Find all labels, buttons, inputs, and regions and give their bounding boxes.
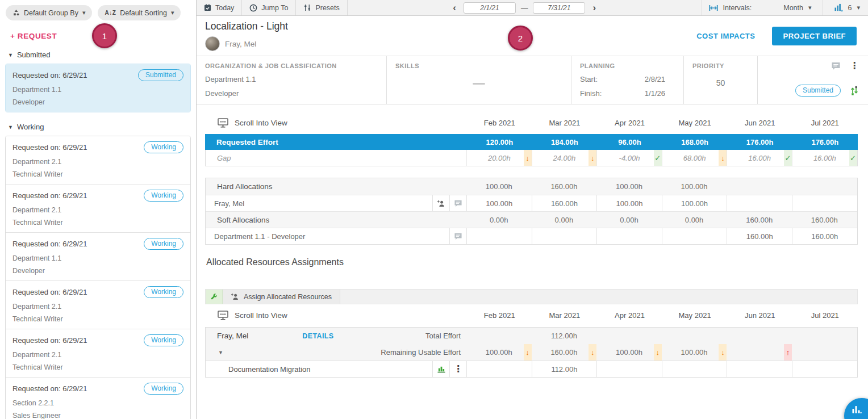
status-swap-icon[interactable] [850, 86, 859, 95]
hard-allocation-cell[interactable] [727, 195, 792, 211]
intervals-controls: Intervals: Month # 6 [702, 0, 868, 15]
scroll-into-view-label: Scroll Into View [235, 311, 287, 320]
request-date: Requested on: 6/29/21 [12, 191, 87, 200]
remaining-effort-cell: 100.00h [596, 344, 662, 361]
hard-total-value: 160.00h [532, 178, 597, 195]
group-by-icon [12, 9, 20, 16]
group-by-dropdown[interactable]: Default Group By [6, 5, 92, 20]
working-section-header[interactable]: Working [0, 112, 196, 136]
soft-allocation-cell[interactable] [662, 228, 727, 244]
request-card[interactable]: Requested on: 6/29/21 Working Department… [6, 136, 190, 184]
hard-allocation-cell[interactable]: 100.00h [662, 195, 727, 211]
next-period-chevron[interactable] [590, 3, 598, 12]
request-card[interactable]: Requested on: 6/29/21 Working Department… [6, 280, 190, 329]
remaining-indicator-icon [784, 344, 792, 361]
scroll-into-view-button[interactable]: Scroll Into View [205, 118, 467, 128]
range-end-input[interactable] [533, 2, 585, 14]
task-effort-cell[interactable] [662, 361, 727, 377]
cost-impacts-button[interactable]: COST IMPACTS [696, 32, 755, 40]
remaining-indicator-icon [849, 344, 857, 361]
assign-user-button[interactable] [432, 195, 449, 211]
gap-indicator-icon [589, 150, 596, 166]
hard-allocation-cell[interactable]: 160.00h [532, 195, 597, 211]
scroll-into-view-button[interactable]: Scroll Into View [205, 311, 467, 320]
comment-icon[interactable] [449, 195, 466, 211]
task-effort-cell[interactable] [596, 361, 662, 377]
assignments-toolbar: Assign Allocated Resources [205, 289, 858, 304]
chevron-down-icon[interactable] [857, 5, 860, 11]
comment-icon[interactable] [449, 228, 466, 244]
month-header: Jul 2021 [792, 119, 858, 127]
comment-icon[interactable] [831, 62, 841, 70]
request-card[interactable]: Requested on: 6/29/21 Working Department… [6, 329, 190, 377]
gap-cell: -4.00h [596, 150, 662, 166]
status-badge: Submitted [138, 69, 183, 81]
previous-period-chevron[interactable] [450, 3, 458, 12]
request-role: Developer [12, 98, 183, 106]
svg-text:#: # [841, 9, 843, 12]
finish-label: Finish: [580, 89, 602, 98]
soft-allocation-cell[interactable] [466, 228, 532, 244]
jump-to-label: Jump To [261, 4, 288, 12]
range-dash: — [521, 4, 528, 12]
range-start-input[interactable] [464, 2, 516, 14]
request-card[interactable]: Requested on: 6/29/21 Working Department… [6, 184, 190, 232]
tools-button[interactable] [206, 290, 223, 304]
task-effort-cell[interactable] [727, 361, 792, 377]
chevron-down-icon[interactable] [808, 5, 812, 11]
request-card[interactable]: Requested on: 6/29/21 Submitted Departme… [6, 64, 190, 112]
intervals-icon [709, 5, 718, 11]
hard-allocation-cell[interactable]: 100.00h [596, 195, 662, 211]
request-role: Sales Engineer [12, 412, 183, 419]
task-effort-cell[interactable] [466, 361, 532, 377]
task-menu-icon[interactable] [449, 361, 466, 377]
jump-to-button[interactable]: Jump To [242, 0, 296, 15]
month-header: Apr 2021 [597, 311, 662, 320]
assignments-table: Fray, Mel DETAILS Total Effort 112.00h R… [205, 327, 858, 378]
task-effort-cell[interactable] [792, 361, 857, 377]
month-header: May 2021 [662, 311, 728, 320]
soft-allocation-cell[interactable]: 160.00h [792, 228, 857, 244]
task-chart-icon[interactable] [432, 361, 449, 377]
gap-indicator-icon [784, 150, 792, 166]
presets-button[interactable]: Presets [296, 0, 347, 15]
scroll-into-view-label: Scroll Into View [235, 119, 287, 127]
request-actions: Submitted [758, 56, 868, 104]
requested-effort-value: 176.00h [792, 134, 858, 150]
request-org: Department 1.1 [12, 254, 183, 262]
annotation-marker-1: 1 [92, 23, 117, 48]
status-badge: Working [144, 141, 183, 153]
hard-allocation-cell[interactable] [792, 195, 857, 211]
request-card[interactable]: Requested on: 6/29/21 Working Section 2.… [6, 377, 190, 419]
total-effort-value [727, 328, 792, 344]
request-role: Developer [12, 267, 183, 275]
soft-allocation-cell[interactable]: 160.00h [727, 228, 792, 244]
today-button[interactable]: Today [197, 0, 242, 15]
working-request-list: Requested on: 6/29/21 Working Department… [5, 136, 191, 419]
month-header: Jun 2021 [727, 311, 792, 320]
request-card[interactable]: Requested on: 6/29/21 Working Department… [6, 232, 190, 280]
hard-total-value [792, 178, 857, 195]
assign-allocated-resources-button[interactable]: Assign Allocated Resources [223, 290, 340, 304]
wrench-icon [210, 293, 218, 301]
hard-allocation-cell[interactable]: 100.00h [466, 195, 532, 211]
project-brief-button[interactable]: PROJECT BRIEF [772, 27, 857, 45]
gap-indicator-icon [654, 150, 662, 166]
soft-resource-name: Department 1.1 - Developer [206, 228, 305, 244]
sorting-dropdown[interactable]: Default Sorting [98, 5, 181, 20]
task-effort-cell[interactable]: 112.00h [532, 361, 597, 377]
priority-header: PRIORITY [692, 62, 749, 69]
interval-count-dropdown[interactable]: 6 [848, 4, 852, 12]
month-header: Mar 2021 [532, 311, 598, 320]
soft-allocation-cell[interactable] [596, 228, 662, 244]
interval-unit-dropdown[interactable]: Month [783, 4, 803, 12]
soft-allocation-cell[interactable] [532, 228, 597, 244]
request-date: Requested on: 6/29/21 [12, 143, 87, 152]
date-range-controls: — [348, 2, 702, 14]
status-badge: Working [144, 286, 183, 298]
request-role: Technical Writer [12, 363, 183, 371]
more-menu-icon[interactable] [850, 61, 859, 70]
details-link[interactable]: DETAILS [302, 328, 333, 344]
month-headers: Feb 2021Mar 2021Apr 2021May 2021Jun 2021… [467, 119, 858, 127]
expand-resource-icon[interactable] [206, 344, 223, 361]
